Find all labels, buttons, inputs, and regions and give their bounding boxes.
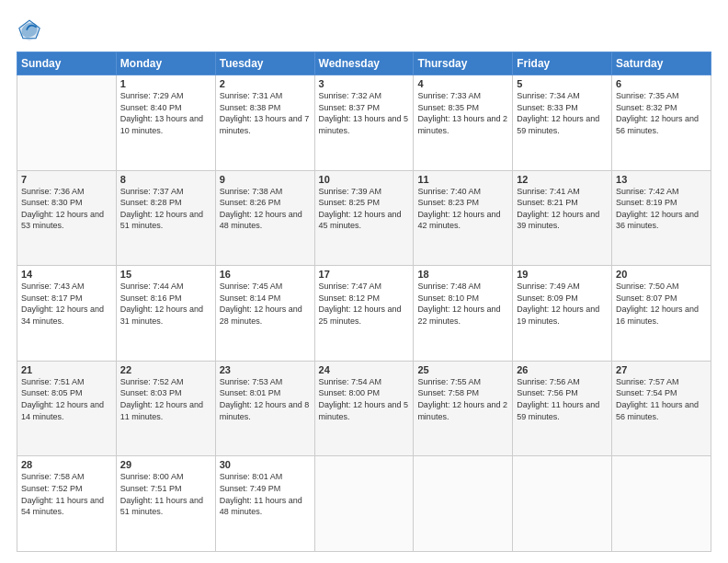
calendar-cell-2-5: 19Sunrise: 7:49 AMSunset: 8:09 PMDayligh… bbox=[513, 266, 612, 362]
day-info: Sunrise: 7:38 AMSunset: 8:26 PMDaylight:… bbox=[220, 186, 311, 232]
day-info: Sunrise: 7:31 AMSunset: 8:38 PMDaylight:… bbox=[220, 90, 311, 136]
calendar-table: SundayMondayTuesdayWednesdayThursdayFrid… bbox=[17, 52, 711, 552]
day-number: 3 bbox=[319, 78, 410, 89]
calendar-cell-2-1: 15Sunrise: 7:44 AMSunset: 8:16 PMDayligh… bbox=[116, 266, 215, 362]
day-number: 9 bbox=[220, 174, 311, 185]
day-number: 14 bbox=[21, 269, 112, 280]
day-number: 13 bbox=[616, 174, 707, 185]
day-info: Sunrise: 7:42 AMSunset: 8:19 PMDaylight:… bbox=[616, 186, 707, 232]
day-info: Sunrise: 7:41 AMSunset: 8:21 PMDaylight:… bbox=[517, 186, 608, 232]
weekday-header-row: SundayMondayTuesdayWednesdayThursdayFrid… bbox=[17, 52, 711, 75]
calendar-cell-1-0: 7Sunrise: 7:36 AMSunset: 8:30 PMDaylight… bbox=[17, 170, 117, 266]
calendar-cell-1-2: 9Sunrise: 7:38 AMSunset: 8:26 PMDaylight… bbox=[215, 170, 314, 266]
day-info: Sunrise: 7:29 AMSunset: 8:40 PMDaylight:… bbox=[120, 90, 211, 136]
day-number: 17 bbox=[319, 269, 410, 280]
calendar-cell-2-0: 14Sunrise: 7:43 AMSunset: 8:17 PMDayligh… bbox=[17, 266, 117, 362]
day-info: Sunrise: 7:43 AMSunset: 8:17 PMDaylight:… bbox=[21, 281, 112, 327]
day-number: 21 bbox=[21, 364, 112, 375]
day-info: Sunrise: 7:48 AMSunset: 8:10 PMDaylight:… bbox=[417, 281, 508, 327]
day-number: 4 bbox=[417, 78, 508, 89]
day-number: 12 bbox=[517, 174, 608, 185]
calendar-cell-2-4: 18Sunrise: 7:48 AMSunset: 8:10 PMDayligh… bbox=[414, 266, 513, 362]
calendar-cell-3-6: 27Sunrise: 7:57 AMSunset: 7:54 PMDayligh… bbox=[612, 361, 711, 456]
day-info: Sunrise: 7:34 AMSunset: 8:33 PMDaylight:… bbox=[517, 90, 608, 136]
day-number: 19 bbox=[517, 269, 608, 280]
day-number: 30 bbox=[220, 459, 311, 470]
day-info: Sunrise: 7:40 AMSunset: 8:23 PMDaylight:… bbox=[417, 186, 508, 232]
weekday-header-wednesday: Wednesday bbox=[314, 52, 414, 75]
day-info: Sunrise: 7:50 AMSunset: 8:07 PMDaylight:… bbox=[616, 281, 707, 327]
day-number: 27 bbox=[616, 364, 707, 375]
calendar-cell-1-4: 11Sunrise: 7:40 AMSunset: 8:23 PMDayligh… bbox=[414, 170, 513, 266]
day-number: 2 bbox=[220, 78, 311, 89]
calendar-cell-2-3: 17Sunrise: 7:47 AMSunset: 8:12 PMDayligh… bbox=[314, 266, 414, 362]
day-number: 22 bbox=[120, 364, 211, 375]
calendar-cell-3-1: 22Sunrise: 7:52 AMSunset: 8:03 PMDayligh… bbox=[116, 361, 215, 456]
calendar-cell-4-4 bbox=[414, 456, 513, 552]
calendar-cell-0-0 bbox=[17, 75, 117, 171]
calendar-cell-1-5: 12Sunrise: 7:41 AMSunset: 8:21 PMDayligh… bbox=[513, 170, 612, 266]
day-number: 7 bbox=[21, 174, 112, 185]
day-info: Sunrise: 8:01 AMSunset: 7:49 PMDaylight:… bbox=[220, 471, 311, 517]
day-number: 24 bbox=[319, 364, 410, 375]
day-number: 8 bbox=[120, 174, 211, 185]
day-info: Sunrise: 7:32 AMSunset: 8:37 PMDaylight:… bbox=[319, 90, 410, 136]
calendar-cell-3-5: 26Sunrise: 7:56 AMSunset: 7:56 PMDayligh… bbox=[513, 361, 612, 456]
calendar-cell-3-2: 23Sunrise: 7:53 AMSunset: 8:01 PMDayligh… bbox=[215, 361, 314, 456]
day-number: 5 bbox=[517, 78, 608, 89]
day-number: 6 bbox=[616, 78, 707, 89]
calendar-cell-4-2: 30Sunrise: 8:01 AMSunset: 7:49 PMDayligh… bbox=[215, 456, 314, 552]
calendar-week-row-4: 28Sunrise: 7:58 AMSunset: 7:52 PMDayligh… bbox=[17, 456, 711, 552]
calendar-cell-0-2: 2Sunrise: 7:31 AMSunset: 8:38 PMDaylight… bbox=[215, 75, 314, 171]
day-number: 18 bbox=[417, 269, 508, 280]
calendar-cell-4-6 bbox=[612, 456, 711, 552]
day-number: 1 bbox=[120, 78, 211, 89]
day-info: Sunrise: 7:33 AMSunset: 8:35 PMDaylight:… bbox=[417, 90, 508, 136]
weekday-header-tuesday: Tuesday bbox=[215, 52, 314, 75]
day-info: Sunrise: 7:53 AMSunset: 8:01 PMDaylight:… bbox=[220, 376, 311, 422]
calendar-cell-3-0: 21Sunrise: 7:51 AMSunset: 8:05 PMDayligh… bbox=[17, 361, 117, 456]
day-number: 26 bbox=[517, 364, 608, 375]
day-info: Sunrise: 7:36 AMSunset: 8:30 PMDaylight:… bbox=[21, 186, 112, 232]
day-number: 28 bbox=[21, 459, 112, 470]
weekday-header-thursday: Thursday bbox=[414, 52, 513, 75]
day-info: Sunrise: 7:56 AMSunset: 7:56 PMDaylight:… bbox=[517, 376, 608, 422]
calendar-cell-3-4: 25Sunrise: 7:55 AMSunset: 7:58 PMDayligh… bbox=[414, 361, 513, 456]
day-number: 29 bbox=[120, 459, 211, 470]
calendar-cell-0-1: 1Sunrise: 7:29 AMSunset: 8:40 PMDaylight… bbox=[116, 75, 215, 171]
calendar-week-row-1: 7Sunrise: 7:36 AMSunset: 8:30 PMDaylight… bbox=[17, 170, 711, 266]
page: SundayMondayTuesdayWednesdayThursdayFrid… bbox=[0, 0, 728, 563]
day-info: Sunrise: 7:54 AMSunset: 8:00 PMDaylight:… bbox=[319, 376, 410, 422]
calendar-cell-0-6: 6Sunrise: 7:35 AMSunset: 8:32 PMDaylight… bbox=[612, 75, 711, 171]
day-info: Sunrise: 7:58 AMSunset: 7:52 PMDaylight:… bbox=[21, 471, 112, 517]
calendar-cell-0-5: 5Sunrise: 7:34 AMSunset: 8:33 PMDaylight… bbox=[513, 75, 612, 171]
calendar-cell-1-1: 8Sunrise: 7:37 AMSunset: 8:28 PMDaylight… bbox=[116, 170, 215, 266]
calendar-cell-1-6: 13Sunrise: 7:42 AMSunset: 8:19 PMDayligh… bbox=[612, 170, 711, 266]
day-number: 23 bbox=[220, 364, 311, 375]
calendar-cell-3-3: 24Sunrise: 7:54 AMSunset: 8:00 PMDayligh… bbox=[314, 361, 414, 456]
day-info: Sunrise: 7:51 AMSunset: 8:05 PMDaylight:… bbox=[21, 376, 112, 422]
logo bbox=[17, 17, 46, 42]
day-info: Sunrise: 7:39 AMSunset: 8:25 PMDaylight:… bbox=[319, 186, 410, 232]
day-number: 15 bbox=[120, 269, 211, 280]
calendar-cell-2-2: 16Sunrise: 7:45 AMSunset: 8:14 PMDayligh… bbox=[215, 266, 314, 362]
calendar-cell-0-3: 3Sunrise: 7:32 AMSunset: 8:37 PMDaylight… bbox=[314, 75, 414, 171]
calendar-week-row-3: 21Sunrise: 7:51 AMSunset: 8:05 PMDayligh… bbox=[17, 361, 711, 456]
header bbox=[17, 17, 711, 42]
day-number: 11 bbox=[417, 174, 508, 185]
day-info: Sunrise: 7:57 AMSunset: 7:54 PMDaylight:… bbox=[616, 376, 707, 422]
calendar-cell-4-0: 28Sunrise: 7:58 AMSunset: 7:52 PMDayligh… bbox=[17, 456, 117, 552]
day-number: 16 bbox=[220, 269, 311, 280]
logo-icon bbox=[17, 17, 42, 42]
day-number: 10 bbox=[319, 174, 410, 185]
calendar-cell-4-1: 29Sunrise: 8:00 AMSunset: 7:51 PMDayligh… bbox=[116, 456, 215, 552]
day-number: 25 bbox=[417, 364, 508, 375]
weekday-header-saturday: Saturday bbox=[612, 52, 711, 75]
day-info: Sunrise: 8:00 AMSunset: 7:51 PMDaylight:… bbox=[120, 471, 211, 517]
day-info: Sunrise: 7:49 AMSunset: 8:09 PMDaylight:… bbox=[517, 281, 608, 327]
weekday-header-monday: Monday bbox=[116, 52, 215, 75]
calendar-week-row-2: 14Sunrise: 7:43 AMSunset: 8:17 PMDayligh… bbox=[17, 266, 711, 362]
weekday-header-friday: Friday bbox=[513, 52, 612, 75]
calendar-week-row-0: 1Sunrise: 7:29 AMSunset: 8:40 PMDaylight… bbox=[17, 75, 711, 171]
day-info: Sunrise: 7:52 AMSunset: 8:03 PMDaylight:… bbox=[120, 376, 211, 422]
